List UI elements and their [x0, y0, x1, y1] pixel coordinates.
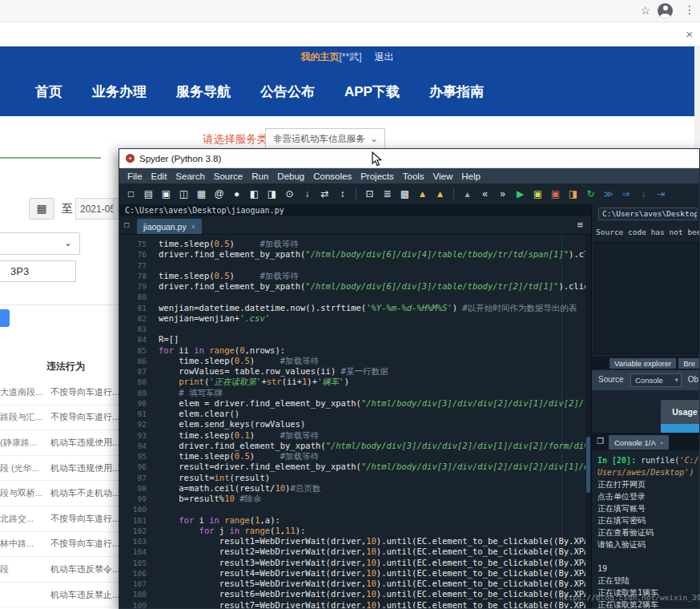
table-row[interactable]: 段机动车违反禁令...: [0, 557, 120, 583]
profile-avatar-icon[interactable]: [658, 3, 673, 18]
menu-debug[interactable]: Debug: [277, 171, 304, 181]
code-line: 86 time.sleep(0.5) #加载等待: [119, 356, 585, 366]
menu-search[interactable]: Search: [175, 171, 204, 181]
my-homepage-link[interactable]: 我的主页[**武]: [300, 50, 361, 64]
pane-tab-0[interactable]: Variable explorer: [609, 358, 676, 369]
find-icon[interactable]: ⊙: [282, 186, 297, 202]
table-row[interactable]: 林中路...不按导向车道行...: [0, 532, 120, 558]
logout-link[interactable]: 退出: [375, 50, 394, 64]
nav-item-1[interactable]: 业务办理: [92, 83, 147, 101]
file-explorer-icon[interactable]: ⊡: [362, 186, 377, 202]
run-cell-icon[interactable]: ▣: [530, 186, 545, 202]
save-all-icon[interactable]: ◫: [176, 186, 191, 202]
todo-list-icon[interactable]: ▩: [397, 186, 412, 202]
filter-select[interactable]: ⌄: [0, 232, 80, 255]
indent-icon[interactable]: ◧: [247, 186, 262, 202]
file-switcher-icon[interactable]: ▦: [194, 186, 209, 202]
file-icon: □: [124, 220, 129, 229]
table-row[interactable]: 机动车违反禁止...: [0, 583, 120, 608]
console-tab[interactable]: Console 1/A ×: [609, 435, 669, 450]
editor-tab[interactable]: jiaoguan.py ×: [137, 219, 202, 234]
menu-view[interactable]: View: [433, 171, 453, 181]
nav-item-0[interactable]: 首页: [35, 83, 62, 101]
location-cell: 段与双桥...: [0, 487, 46, 499]
run-icon[interactable]: ▶: [513, 186, 528, 202]
console-tab-close-icon[interactable]: ×: [660, 439, 664, 446]
line-number: 86: [119, 356, 147, 366]
unindent-icon[interactable]: ◨: [264, 186, 280, 202]
breakpoint-warning-icon[interactable]: ▲: [432, 186, 448, 202]
analysis-path-combo[interactable]: C:\Users\aves\Desktop\ji: [598, 208, 698, 220]
editor-options-icon[interactable]: ≡: [577, 219, 583, 231]
location-cell: 林中路...: [0, 538, 46, 550]
continue-icon[interactable]: ⇥: [654, 186, 669, 202]
code-text: time.sleep(0.5) #加载等待: [147, 451, 319, 462]
comment-icon[interactable]: ●: [229, 186, 244, 202]
open-file-icon[interactable]: ▤: [141, 186, 156, 202]
plate-number-input[interactable]: [0, 260, 76, 282]
console-pane-icon: ❐: [597, 437, 604, 446]
nav-item-4[interactable]: APP下载: [344, 83, 400, 101]
menu-run[interactable]: Run: [251, 171, 268, 181]
code-line: 104 result2=WebDriverWait(driver,10).unt…: [119, 546, 585, 557]
ipython-console[interactable]: In [20]: runfile('C:/UsUsers/awes/Deskto…: [592, 450, 699, 608]
rerun-icon[interactable]: ↻: [583, 186, 598, 202]
menu-edit[interactable]: Edit: [151, 171, 167, 181]
console-line: 19: [597, 563, 699, 575]
menu-source[interactable]: Source: [214, 171, 243, 181]
close-icon[interactable]: ×: [686, 29, 693, 40]
table-row[interactable]: 路段与汇...不按导向车道行...: [0, 405, 120, 431]
pane-tab-1[interactable]: Bre: [678, 358, 699, 369]
line-number: 99: [119, 494, 147, 504]
editor-scrollbar-thumb[interactable]: [586, 437, 590, 493]
menu-projects[interactable]: Projects: [360, 171, 394, 181]
goto-line-icon[interactable]: ↕: [335, 186, 350, 202]
table-row[interactable]: 段与双桥...机动车不走机动...: [0, 481, 120, 506]
table-row[interactable]: (静康路...机动车违规使用...: [0, 430, 120, 456]
menu-tools[interactable]: Tools: [403, 171, 424, 181]
table-row[interactable]: 段 (光华...机动车违规使用...: [0, 456, 120, 482]
calendar-grid-icon[interactable]: ▦: [29, 198, 54, 220]
outline-icon[interactable]: ≣: [380, 186, 395, 202]
query-button[interactable]: [0, 309, 10, 327]
line-number: 76: [119, 249, 147, 260]
code-text: result5=WebDriverWait(driver,10).until(E…: [147, 579, 585, 589]
help-source-select[interactable]: Console ▾: [630, 373, 682, 387]
replace-icon[interactable]: ⇄: [317, 186, 332, 202]
menu-file[interactable]: File: [127, 171, 143, 181]
code-line: 79driver.find_element_by_xpath("/html/bo…: [119, 281, 585, 292]
line-number: 104: [119, 546, 147, 557]
nav-item-3[interactable]: 公告公布: [260, 83, 315, 101]
menu-help[interactable]: Help: [461, 171, 481, 181]
step-over-icon[interactable]: ⇒: [618, 186, 634, 202]
scroll-up-icon[interactable]: ▴: [460, 186, 475, 202]
table-row[interactable]: 北路交...不按导向车道行...: [0, 506, 120, 532]
table-row[interactable]: 大道南段...不按导向车道行...: [0, 380, 120, 405]
code-line: 82wenjian=wenjian+'.csv': [119, 313, 585, 324]
service-type-select[interactable]: 非营运机动车信息服务 ⌄: [265, 128, 385, 150]
warning-icon[interactable]: ▲: [415, 186, 430, 202]
run-cell-advance-icon[interactable]: ▣: [548, 186, 563, 202]
code-line: 88 print('正在读取第'+str(ii+1)+'辆车'): [119, 377, 585, 387]
menu-consoles[interactable]: Consoles: [313, 171, 352, 181]
prev-cursor-icon[interactable]: «: [477, 186, 493, 202]
run-selection-icon[interactable]: ◨: [565, 186, 581, 202]
bookmark-star-icon[interactable]: ☆: [640, 4, 650, 17]
next-cursor-icon[interactable]: »: [495, 186, 510, 202]
nav-item-5[interactable]: 办事指南: [429, 83, 484, 101]
page-scrollbar[interactable]: [694, 46, 700, 148]
debug-icon[interactable]: ≫: [601, 186, 616, 202]
spyder-titlebar[interactable]: Spyder (Python 3.8): [119, 149, 699, 168]
nav-item-2[interactable]: 服务导航: [176, 83, 231, 101]
line-number: 102: [119, 526, 147, 536]
code-editor[interactable]: 75time.sleep(0.5) #加载等待76driver.find_ele…: [119, 235, 591, 608]
code-line: 109 result7=WebDriverWait(driver,10).unt…: [119, 600, 585, 609]
save-icon[interactable]: ▣: [159, 186, 174, 202]
editor-scrollbar[interactable]: [585, 235, 591, 608]
browser-menu-icon[interactable]: ⋮: [684, 3, 695, 16]
find-next-icon[interactable]: ↓: [300, 186, 315, 202]
step-into-icon[interactable]: ↓: [636, 186, 651, 202]
find-symbols-icon[interactable]: @: [211, 186, 227, 202]
new-file-icon[interactable]: □: [123, 186, 139, 202]
tab-close-icon[interactable]: ×: [191, 223, 195, 231]
